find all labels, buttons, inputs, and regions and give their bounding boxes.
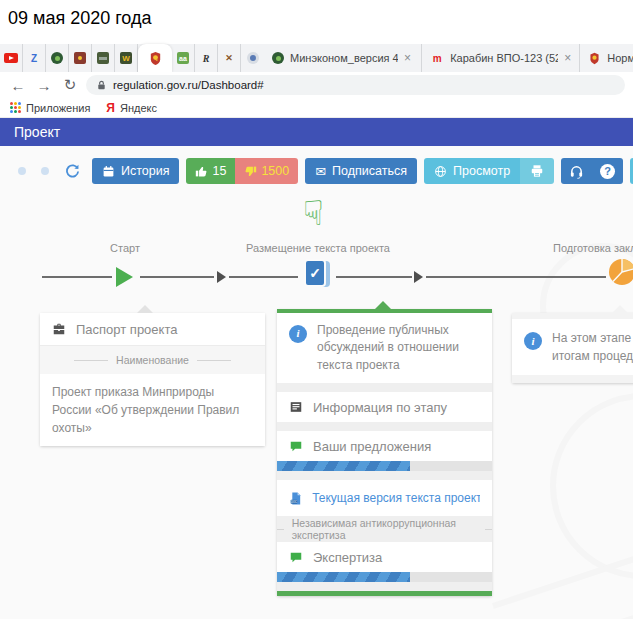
history-button[interactable]: История: [92, 158, 179, 184]
divider-line: [74, 360, 108, 361]
card-caret: [375, 301, 391, 309]
current-version-link[interactable]: Текущая версия текста проекта норматив..…: [312, 491, 480, 505]
current-stage-marker[interactable]: ✓: [301, 259, 331, 291]
reload-icon[interactable]: ↻: [60, 76, 80, 94]
section-label: Наименование: [116, 354, 189, 366]
current-stage-hand-icon: ☟: [303, 196, 324, 230]
avatar-icon: [247, 52, 259, 64]
item-label: Ваши предложения: [313, 439, 431, 454]
anticorruption-divider: Независимая антикоррупционная экспертиза: [277, 516, 492, 542]
bookmark-yandex[interactable]: Я Яндекс: [106, 101, 157, 115]
timeline-segment: [42, 276, 112, 278]
dislike-button[interactable]: 1500: [235, 158, 298, 184]
help-button[interactable]: ?: [592, 158, 623, 184]
passport-title: Паспорт проекта: [76, 322, 177, 337]
pinned-tab-youtube[interactable]: [0, 44, 23, 72]
info-icon: i: [289, 325, 307, 343]
timeline-segment: [426, 276, 606, 278]
svg-text:DOC: DOC: [291, 500, 297, 504]
pinned-tab-flag[interactable]: [92, 44, 115, 72]
card-bottom-border: [277, 591, 492, 596]
back-icon[interactable]: ←: [8, 77, 28, 94]
stage-item-info[interactable]: Информация по этапу: [277, 392, 492, 422]
pinned-tab-r[interactable]: R: [195, 44, 218, 72]
tab-label: Карабин ВПО-123 (520) | М: [450, 52, 558, 64]
section-name: Наименование: [40, 346, 265, 374]
bird-icon: [272, 52, 284, 64]
stage-item-proposals[interactable]: Ваши предложения: [277, 431, 492, 461]
project-toolbar: История 15 1500 ✉ Подписаться Прос: [14, 158, 633, 184]
card-caret: [612, 305, 628, 313]
info-icon: i: [524, 332, 542, 350]
green-flag-icon: [97, 52, 109, 64]
timeline-segment: [140, 276, 214, 278]
w-letter-icon: W: [120, 52, 132, 64]
tab-karabin[interactable]: m Карабин ВПО-123 (520) | М ×: [422, 44, 580, 72]
proposals-progress-track: [277, 461, 492, 471]
pinned-tab-zen[interactable]: Z: [23, 44, 46, 72]
bookmark-label: Приложения: [26, 102, 90, 114]
vote-group: 15 1500: [186, 158, 298, 184]
help-group: ?: [561, 158, 623, 184]
card-bottom-strip: [512, 375, 633, 383]
proposals-progress-fill: [277, 461, 410, 471]
row-gap: [277, 471, 492, 480]
timeline-segment: [336, 276, 412, 278]
globe-icon: [434, 165, 447, 178]
document-header: 09 мая 2020 года: [0, 0, 633, 44]
nav-disabled-icon: [18, 167, 26, 175]
pinned-tab-crossed[interactable]: ✕: [218, 44, 241, 72]
page-title: Проект: [14, 124, 60, 140]
date-heading: 09 мая 2020 года: [8, 8, 152, 29]
print-button[interactable]: [520, 158, 554, 184]
active-pinned-tab[interactable]: [138, 44, 172, 72]
like-button[interactable]: 15: [186, 158, 235, 184]
close-icon[interactable]: ×: [404, 51, 411, 65]
expertise-progress-fill: [277, 572, 410, 582]
address-bar: ← → ↻ regulation.gov.ru/Dashboard#: [0, 72, 633, 98]
bookmark-label: Яндекс: [120, 102, 157, 114]
pinned-tab-bird[interactable]: [46, 44, 69, 72]
stage-item-expertise[interactable]: Экспертиза: [277, 542, 492, 572]
bird-icon: [51, 52, 63, 64]
arrow-marker-icon: [217, 271, 226, 283]
start-marker-icon[interactable]: [116, 267, 133, 287]
preview-button[interactable]: Просмотр: [424, 158, 520, 184]
bookmark-apps[interactable]: Приложения: [10, 102, 90, 114]
like-count: 15: [212, 164, 226, 178]
m-letter-icon: m: [430, 51, 444, 65]
expertise-progress-track: [277, 572, 492, 582]
next-stage-card: i На этом этапе готовится итогам процеду…: [512, 313, 633, 383]
subscribe-button[interactable]: ✉ Подписаться: [305, 158, 417, 184]
tab-normative[interactable]: Нормативные пр: [580, 44, 633, 72]
passport-header[interactable]: Паспорт проекта: [40, 313, 265, 346]
headphones-icon: [569, 164, 584, 179]
passport-card: Паспорт проекта Наименование Проект прик…: [40, 313, 265, 446]
refresh-icon[interactable]: [64, 163, 81, 180]
close-icon[interactable]: ×: [564, 51, 571, 65]
browser-tab-strip: Z W aa R ✕ Минэконом_версия 4 × m Караби…: [0, 44, 633, 72]
pie-stage-marker-icon[interactable]: [608, 258, 633, 286]
url-field[interactable]: regulation.gov.ru/Dashboard#: [86, 75, 625, 95]
pinned-tab-avatar[interactable]: [241, 44, 264, 72]
newspaper-icon: [289, 400, 303, 414]
lock-icon: [96, 80, 107, 91]
thumb-up-icon: [195, 165, 208, 178]
tab-mineconom[interactable]: Минэконом_версия 4 ×: [264, 44, 422, 72]
stage-item-current-version[interactable]: DOC Текущая версия текста проекта нормат…: [277, 480, 492, 516]
coat-of-arms-icon: [148, 51, 163, 66]
pinned-tabs: Z W aa R ✕: [0, 44, 264, 72]
support-button[interactable]: [561, 158, 592, 184]
pinned-tab-aa[interactable]: aa: [172, 44, 195, 72]
crossed-tools-icon: ✕: [222, 51, 236, 65]
named-tabs: Минэконом_версия 4 × m Карабин ВПО-123 (…: [264, 44, 633, 72]
forward-icon[interactable]: →: [34, 77, 54, 94]
subscribe-label: Подписаться: [332, 164, 407, 178]
thumb-down-icon: [244, 165, 257, 178]
z-letter-icon: Z: [27, 51, 41, 65]
pinned-tab-emblem[interactable]: [69, 44, 92, 72]
preview-group: Просмотр: [424, 158, 554, 184]
envelope-icon: ✉: [315, 164, 326, 179]
pinned-tab-w[interactable]: W: [115, 44, 138, 72]
page-title-bar: Проект: [0, 118, 633, 146]
